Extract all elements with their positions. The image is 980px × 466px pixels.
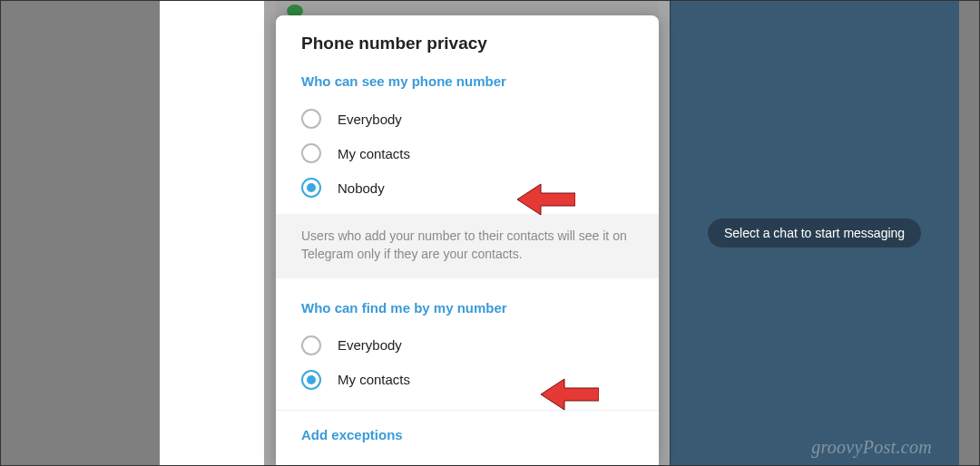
- add-exceptions-link[interactable]: Add exceptions: [276, 411, 659, 450]
- screenshot-gutter-left: [1, 1, 160, 465]
- modal-title: Phone number privacy: [276, 15, 659, 70]
- option-label: Everybody: [338, 112, 402, 127]
- radio-selected-icon: [301, 178, 321, 198]
- screenshot-gutter-right: [959, 1, 979, 465]
- option-see-nobody[interactable]: Nobody: [276, 170, 659, 205]
- option-see-mycontacts[interactable]: My contacts: [276, 136, 659, 170]
- option-see-everybody[interactable]: Everybody: [276, 102, 659, 136]
- empty-chat-badge: Select a chat to start messaging: [708, 218, 921, 248]
- watermark: groovyPost.com: [811, 437, 932, 458]
- chat-list-panel: Phone number privacy Who can see my phon…: [160, 1, 670, 465]
- option-label: My contacts: [338, 372, 410, 387]
- privacy-hint: Users who add your number to their conta…: [276, 214, 659, 278]
- option-label: Nobody: [338, 180, 385, 196]
- privacy-modal: Phone number privacy Who can see my phon…: [276, 15, 659, 465]
- section-who-can-see-header: Who can see my phone number: [276, 70, 659, 102]
- radio-icon: [301, 109, 321, 129]
- section-who-can-find-header: Who can find me by my number: [276, 296, 659, 328]
- chat-area: Select a chat to start messaging: [670, 1, 959, 465]
- option-find-everybody[interactable]: Everybody: [276, 328, 659, 363]
- option-label: My contacts: [338, 146, 410, 161]
- radio-icon: [301, 143, 321, 163]
- radio-icon: [301, 335, 321, 355]
- radio-selected-icon: [301, 370, 321, 390]
- option-label: Everybody: [338, 337, 402, 353]
- telegram-app: Phone number privacy Who can see my phon…: [160, 1, 959, 465]
- option-find-mycontacts[interactable]: My contacts: [276, 363, 659, 397]
